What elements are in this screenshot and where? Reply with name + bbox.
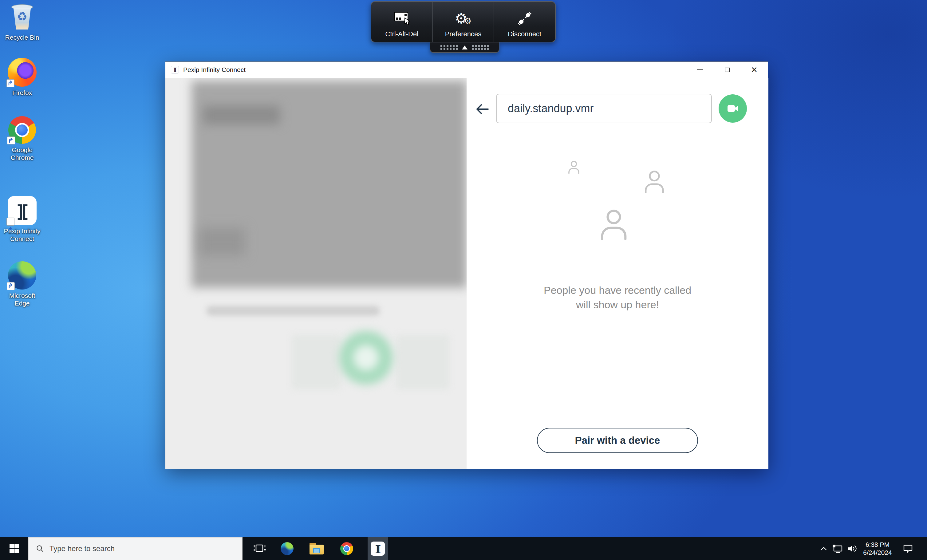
maximize-button[interactable] xyxy=(714,62,741,78)
recycle-bin-icon: ♻ xyxy=(10,3,34,31)
tray-volume-button[interactable] xyxy=(845,537,861,560)
edge-icon xyxy=(281,542,293,555)
blurred-text-smudge xyxy=(203,105,280,124)
tray-action-center-button[interactable] xyxy=(899,537,917,560)
recents-pane: People you have recently called will sho… xyxy=(467,78,768,469)
maximize-icon xyxy=(725,68,730,72)
task-view-button[interactable] xyxy=(250,537,269,560)
shortcut-arrow-icon xyxy=(7,282,15,290)
window-titlebar[interactable]: ][ Pexip Infinity Connect ✕ xyxy=(166,62,768,78)
pair-with-device-button[interactable]: Pair with a device xyxy=(537,428,698,453)
desktop-icon-label: Recycle Bin xyxy=(1,34,44,41)
blurred-green-ring xyxy=(339,331,393,384)
tray-date: 6/24/2024 xyxy=(861,549,894,557)
start-call-button[interactable] xyxy=(719,94,747,123)
gears-icon: ⚙⚙ xyxy=(455,10,471,27)
empty-state-line1: People you have recently called xyxy=(467,283,768,297)
close-icon: ✕ xyxy=(751,66,758,74)
disconnect-button[interactable]: Disconnect xyxy=(494,2,555,42)
empty-state-text: People you have recently called will sho… xyxy=(467,283,768,312)
desktop-icon-microsoft-edge[interactable]: Microsoft Edge xyxy=(1,261,44,307)
task-view-icon xyxy=(253,543,266,554)
person-icon-small xyxy=(566,160,582,175)
pexip-infinity-connect-window: ][ Pexip Infinity Connect ✕ xyxy=(165,61,768,468)
empty-state-line2: will show up here! xyxy=(467,297,768,312)
minimize-icon xyxy=(697,70,703,70)
chevron-up-icon xyxy=(820,546,828,552)
firefox-icon xyxy=(8,58,36,87)
desktop-icon-google-chrome[interactable]: Google Chrome xyxy=(1,116,44,162)
collapse-up-arrow-icon xyxy=(462,46,468,50)
chrome-icon xyxy=(8,116,36,144)
tray-time: 6:38 PM xyxy=(861,541,894,549)
toolbar-button-label: Ctrl-Alt-Del xyxy=(385,30,419,38)
action-center-icon xyxy=(903,544,913,553)
desktop-icon-recycle-bin[interactable]: ♻ Recycle Bin xyxy=(1,3,44,41)
blurred-control-right xyxy=(396,335,450,389)
dial-input[interactable] xyxy=(496,94,712,123)
speaker-icon xyxy=(847,544,858,553)
desktop-icon-firefox[interactable]: Firefox xyxy=(1,58,44,97)
pexip-icon: ][ xyxy=(8,196,36,225)
blurred-text-smudge xyxy=(199,228,245,255)
video-camera-icon xyxy=(725,101,740,116)
tray-clock[interactable]: 6:38 PM 6/24/2024 xyxy=(861,537,894,560)
window-title: Pexip Infinity Connect xyxy=(183,66,246,73)
chrome-icon xyxy=(340,542,353,555)
plug-icon xyxy=(517,10,533,27)
file-explorer-icon xyxy=(310,543,324,554)
shortcut-arrow-icon xyxy=(6,79,14,87)
back-button[interactable] xyxy=(474,102,489,117)
search-icon xyxy=(36,545,44,552)
network-icon xyxy=(832,544,843,553)
tray-show-hidden-icons-button[interactable] xyxy=(816,537,831,560)
window-pexip-icon: ][ xyxy=(171,66,179,74)
remote-console-toolbar: Ctrl-Alt-Del ⚙⚙ Preferences Discon xyxy=(371,1,556,42)
edge-icon xyxy=(8,261,36,290)
drag-dots-icon xyxy=(441,45,457,50)
ctrl-alt-del-button[interactable]: Ctrl-Alt-Del xyxy=(371,2,432,42)
taskbar-chrome-button[interactable] xyxy=(337,537,357,560)
back-arrow-icon xyxy=(474,102,489,117)
keyboard-sas-icon xyxy=(393,10,410,27)
taskbar-search-input[interactable] xyxy=(50,544,222,553)
desktop-icon-label: Google Chrome xyxy=(1,146,44,162)
taskbar-search-box[interactable] xyxy=(28,537,243,560)
taskbar-edge-button[interactable] xyxy=(277,537,297,560)
taskbar: ][ 6:38 PM 6/24/2024 xyxy=(0,537,927,560)
blurred-preview-pane xyxy=(166,78,467,469)
person-icon-medium xyxy=(641,169,668,196)
blurred-control-left xyxy=(291,335,340,389)
windows-logo-icon xyxy=(9,544,19,553)
tray-network-button[interactable] xyxy=(830,537,845,560)
drag-dots-icon xyxy=(472,45,489,50)
toolbar-button-label: Disconnect xyxy=(508,30,541,38)
start-button[interactable] xyxy=(0,537,28,560)
taskbar-pexip-button-active[interactable]: ][ xyxy=(368,537,388,560)
toolbar-button-label: Preferences xyxy=(445,30,482,38)
close-button[interactable]: ✕ xyxy=(741,62,768,78)
minimize-button[interactable] xyxy=(687,62,714,78)
desktop-icon-label: Firefox xyxy=(1,89,44,97)
shortcut-arrow-icon xyxy=(6,218,14,226)
desktop-icon-label: Microsoft Edge xyxy=(1,292,44,307)
pexip-logo-glyph: ][ xyxy=(18,201,27,220)
pexip-icon: ][ xyxy=(371,542,385,556)
person-icon-large xyxy=(596,207,632,243)
blurred-heading-line xyxy=(206,306,380,316)
desktop-icon-pexip-infinity-connect[interactable]: ][ Pexip Infinity Connect xyxy=(1,196,44,243)
preferences-button[interactable]: ⚙⚙ Preferences xyxy=(432,2,494,42)
taskbar-file-explorer-button[interactable] xyxy=(307,537,327,560)
console-toolbar-collapse-handle[interactable] xyxy=(430,42,500,53)
shortcut-arrow-icon xyxy=(7,137,15,144)
